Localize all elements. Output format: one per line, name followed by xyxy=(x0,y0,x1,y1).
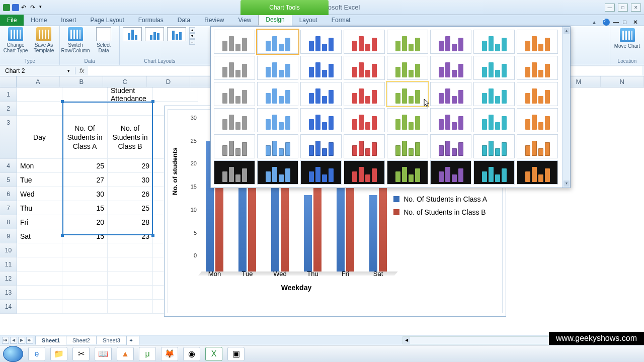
chart-style-swatch[interactable] xyxy=(517,56,558,80)
chart-style-swatch[interactable] xyxy=(387,108,428,132)
chart-style-swatch[interactable] xyxy=(257,30,298,54)
chart-style-swatch[interactable] xyxy=(300,82,342,106)
switch-row-column-button[interactable]: Switch Row/Column xyxy=(63,27,88,53)
chart-style-swatch[interactable] xyxy=(473,134,515,158)
tab-page-layout[interactable]: Page Layout xyxy=(83,15,131,26)
workbook-minimize-icon[interactable]: — xyxy=(613,19,620,26)
chart-style-swatch[interactable] xyxy=(344,56,385,80)
chart-style-swatch[interactable] xyxy=(344,108,385,132)
sheet-tab-3[interactable]: Sheet3 xyxy=(96,336,127,344)
cell[interactable]: 15 xyxy=(62,201,108,215)
row-header[interactable]: 10 xyxy=(0,243,17,257)
minimize-button[interactable]: — xyxy=(605,4,615,12)
cell[interactable]: Fri xyxy=(17,215,62,229)
chart-style-swatch[interactable] xyxy=(387,30,428,54)
chart-style-swatch[interactable] xyxy=(300,56,342,80)
cell[interactable]: Sat xyxy=(17,229,62,243)
chart-style-swatch[interactable] xyxy=(430,134,471,158)
cell[interactable] xyxy=(108,102,153,116)
chart-style-swatch[interactable] xyxy=(473,160,515,185)
cell[interactable]: Thu xyxy=(17,201,62,215)
change-chart-type-button[interactable]: Change Chart Type xyxy=(3,27,28,53)
row-header[interactable]: 7 xyxy=(0,201,17,215)
file-tab[interactable]: File xyxy=(0,15,24,26)
row-header[interactable]: 6 xyxy=(0,187,17,201)
select-all-corner[interactable] xyxy=(0,76,17,87)
taskbar-explorer-icon[interactable]: 📁 xyxy=(50,347,67,361)
tab-format[interactable]: Format xyxy=(325,15,358,26)
chart-style-swatch[interactable] xyxy=(430,108,471,132)
selection-handle-br[interactable] xyxy=(151,234,154,237)
name-box-input[interactable] xyxy=(5,67,55,74)
row-header[interactable]: 5 xyxy=(0,173,17,187)
cell[interactable] xyxy=(17,87,62,102)
cell[interactable]: Tue xyxy=(17,173,62,187)
chart-style-swatch[interactable] xyxy=(214,134,255,158)
cell[interactable] xyxy=(62,272,108,286)
col-B[interactable]: B xyxy=(60,76,103,87)
selection-handle-tl[interactable] xyxy=(61,100,64,103)
cell[interactable]: 23 xyxy=(108,229,153,243)
sheet-tab-1[interactable]: Sheet1 xyxy=(35,336,66,345)
tab-insert[interactable]: Insert xyxy=(54,15,83,26)
chart-style-swatch[interactable] xyxy=(344,134,385,158)
chart-style-swatch[interactable] xyxy=(473,82,515,106)
workbook-restore-icon[interactable]: □ xyxy=(623,19,630,26)
chart-style-swatch[interactable] xyxy=(214,56,255,80)
chart-layout-1[interactable] xyxy=(123,27,142,41)
qat-dropdown-icon[interactable]: ▾ xyxy=(39,4,46,11)
cell[interactable]: 25 xyxy=(62,159,108,173)
chart-layout-3[interactable] xyxy=(167,27,186,41)
chart-style-swatch[interactable] xyxy=(387,82,428,106)
chart-style-swatch[interactable] xyxy=(430,82,471,106)
chart-style-swatch[interactable] xyxy=(344,82,385,106)
row-header[interactable]: 1 xyxy=(0,87,17,102)
row-header[interactable]: 14 xyxy=(0,300,17,314)
move-chart-button[interactable]: Move Chart xyxy=(614,28,640,49)
col-D[interactable]: D xyxy=(147,76,190,87)
chart-style-swatch[interactable] xyxy=(344,30,385,54)
chart-style-swatch[interactable] xyxy=(517,30,558,54)
cell[interactable]: 25 xyxy=(108,201,153,215)
taskbar-excel-icon[interactable]: X xyxy=(205,347,222,361)
cell[interactable] xyxy=(17,257,62,272)
save-icon[interactable] xyxy=(12,4,19,11)
cell[interactable] xyxy=(17,300,62,314)
cell[interactable] xyxy=(62,87,108,102)
tab-formulas[interactable]: Formulas xyxy=(131,15,171,26)
taskbar-firefox-icon[interactable]: 🦊 xyxy=(161,347,178,361)
cell[interactable]: 28 xyxy=(108,215,153,229)
row-header[interactable]: 9 xyxy=(0,229,17,243)
sheet-nav-prev-icon[interactable]: ◀ xyxy=(10,337,17,344)
cell[interactable]: Day xyxy=(17,116,62,159)
chart-style-swatch[interactable] xyxy=(387,56,428,80)
chart-style-swatch[interactable] xyxy=(387,134,428,158)
col-A[interactable]: A xyxy=(17,76,60,87)
tab-data[interactable]: Data xyxy=(171,15,197,26)
redo-icon[interactable]: ↷ xyxy=(30,4,37,11)
row-header[interactable]: 12 xyxy=(0,272,17,286)
chart-style-swatch[interactable] xyxy=(300,108,342,132)
cell[interactable]: 26 xyxy=(108,187,153,201)
chart-style-swatch[interactable] xyxy=(473,56,515,80)
chart-style-swatch[interactable] xyxy=(430,30,471,54)
cell[interactable]: 30 xyxy=(108,173,153,187)
layouts-down-icon[interactable]: ▾ xyxy=(189,33,195,39)
col-C[interactable]: C xyxy=(103,76,146,87)
chart-style-swatch[interactable] xyxy=(214,82,255,106)
cell[interactable]: 29 xyxy=(108,159,153,173)
minimize-ribbon-icon[interactable]: ▴ xyxy=(593,19,600,26)
cell[interactable]: Student Attendance xyxy=(108,87,153,102)
cell[interactable]: 15 xyxy=(62,229,108,243)
taskbar-ie-icon[interactable]: e xyxy=(28,347,45,361)
taskbar-app-icon[interactable]: ▣ xyxy=(227,347,245,361)
cell[interactable] xyxy=(17,243,62,257)
chart-style-swatch[interactable] xyxy=(517,160,558,185)
sheet-nav-next-icon[interactable]: ▶ xyxy=(18,337,25,344)
chart-style-swatch[interactable] xyxy=(300,160,342,185)
row-header[interactable]: 13 xyxy=(0,286,17,300)
maximize-button[interactable]: □ xyxy=(618,4,628,12)
selection-handle-bl[interactable] xyxy=(61,234,64,237)
chart-style-swatch[interactable] xyxy=(214,108,255,132)
cell[interactable]: No. Of Students in Class A xyxy=(62,116,108,159)
